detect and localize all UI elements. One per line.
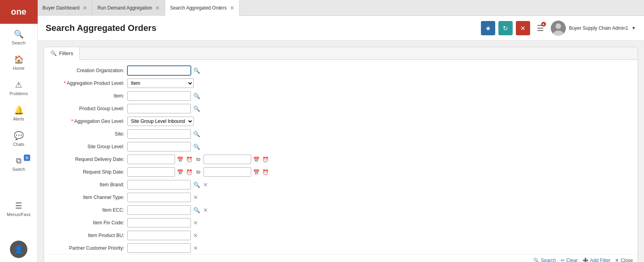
app-logo[interactable]: one xyxy=(0,0,38,24)
label-item-product-bu: Item Product BU: xyxy=(48,233,127,238)
switch-badge: ⊞ xyxy=(24,155,30,161)
sidebar-item-chats[interactable]: 💬 Chats xyxy=(0,125,37,151)
input-item-ecc[interactable] xyxy=(127,205,191,215)
row-request-delivery-date: Request Delivery Date: 📅 ⏰ to 📅 ⏰ xyxy=(48,155,634,164)
tab-close-buyer-dashboard[interactable]: ✕ xyxy=(83,5,87,11)
row-request-ship-date: Request Ship Date: 📅 ⏰ to 📅 ⏰ xyxy=(48,167,634,177)
calendar-ship-from-btn[interactable]: 📅 xyxy=(176,169,184,176)
row-item-brand: Item Brand: 🔍 ✕ xyxy=(48,180,634,189)
filter-panel: 🔍 Filters Creation Organization: 🔍 Aggre… xyxy=(44,47,638,262)
date-to-wrap: 📅 ⏰ xyxy=(204,155,269,164)
tab-close-run-demand[interactable]: ✕ xyxy=(155,5,160,11)
clear-partner-customer-priority-btn[interactable]: ✕ xyxy=(192,244,199,252)
label-request-delivery-date: Request Delivery Date: xyxy=(48,157,127,162)
wrap-agg-product-level: Item Product Group xyxy=(127,78,194,88)
clear-item-channel-type-btn[interactable]: ✕ xyxy=(192,193,199,201)
home-icon: 🏠 xyxy=(14,55,24,64)
input-site-group-level[interactable] xyxy=(127,142,191,151)
favorite-button[interactable]: ★ xyxy=(481,21,495,35)
calendar-delivery-from-btn[interactable]: 📅 xyxy=(176,156,184,163)
search-site-group-level-btn[interactable]: 🔍 xyxy=(192,143,201,151)
input-creation-org[interactable] xyxy=(127,66,191,75)
alerts-icon: 🔔 xyxy=(14,105,24,115)
search-creation-org-btn[interactable]: 🔍 xyxy=(192,67,201,75)
tab-close-search-aggregated[interactable]: ✕ xyxy=(230,5,235,11)
tab-search-aggregated[interactable]: Search Aggregated Orders ✕ xyxy=(165,0,240,16)
add-filter-button[interactable]: ➕ Add Filter xyxy=(582,258,610,262)
avatar-small[interactable]: 👤 xyxy=(10,241,27,258)
filters-tab[interactable]: 🔍 Filters xyxy=(44,47,80,60)
search-product-group-level-btn[interactable]: 🔍 xyxy=(192,105,201,113)
sidebar: one 🔍 Search 🏠 Home ⚠ Problems 🔔 Alerts … xyxy=(0,0,38,262)
close-page-button[interactable]: ✕ xyxy=(516,21,530,35)
sidebar-item-menus[interactable]: ☰ Menus/Favs xyxy=(0,195,37,221)
wrap-request-ship-date: 📅 ⏰ to 📅 ⏰ xyxy=(127,167,269,177)
clear-item-brand-btn[interactable]: ✕ xyxy=(202,181,209,189)
tab-buyer-dashboard[interactable]: Buyer Dashboard ✕ xyxy=(38,0,92,16)
input-delivery-date-to[interactable] xyxy=(204,155,251,164)
input-ship-date-from[interactable] xyxy=(127,167,175,177)
clear-item-fin-code-btn[interactable]: ✕ xyxy=(192,219,199,227)
input-ship-date-to[interactable] xyxy=(204,167,251,177)
search-button-label: Search xyxy=(541,258,556,262)
header-actions: ★ ↻ ✕ ☰ ★ Buyer Supply Ch xyxy=(481,21,636,36)
input-site[interactable] xyxy=(127,129,191,139)
refresh-icon: ↻ xyxy=(503,25,508,32)
sidebar-item-problems[interactable]: ⚠ Problems xyxy=(0,75,37,100)
sidebar-item-label: Problems xyxy=(10,91,28,96)
sidebar-item-switch[interactable]: ⧉ ⊞ Switch xyxy=(0,151,37,176)
calendar-ship-to-btn[interactable]: 📅 xyxy=(252,169,260,176)
user-info[interactable]: Buyer Supply Chain Admin1 ▼ xyxy=(551,21,636,36)
row-creation-org: Creation Organization: 🔍 xyxy=(48,66,634,75)
label-item: Item: xyxy=(48,93,127,99)
search-site-btn[interactable]: 🔍 xyxy=(192,130,201,138)
avatar-image xyxy=(551,21,566,36)
time-ship-to-btn[interactable]: ⏰ xyxy=(261,169,269,176)
row-site: Site: 🔍 xyxy=(48,129,634,139)
input-item-fin-code[interactable] xyxy=(127,218,191,228)
sidebar-item-search[interactable]: 🔍 Search xyxy=(0,24,37,49)
select-agg-product-level[interactable]: Item Product Group xyxy=(127,78,194,88)
wrap-item-product-bu: ✕ xyxy=(127,231,199,240)
close-filters-button[interactable]: ✕ Close xyxy=(615,258,633,262)
row-product-group-level: Product Group Level: 🔍 xyxy=(48,104,634,113)
sidebar-item-home[interactable]: 🏠 Home xyxy=(0,49,37,75)
close-footer-icon: ✕ xyxy=(615,258,619,262)
refresh-button[interactable]: ↻ xyxy=(498,21,513,35)
clear-item-ecc-btn[interactable]: ✕ xyxy=(202,206,209,214)
input-partner-customer-priority[interactable] xyxy=(127,243,191,253)
sidebar-item-alerts[interactable]: 🔔 Alerts xyxy=(0,100,37,125)
input-item-channel-type[interactable] xyxy=(127,193,191,202)
label-item-channel-type: Item Channel Type: xyxy=(48,195,127,200)
clear-item-product-bu-btn[interactable]: ✕ xyxy=(192,231,199,239)
calendar-delivery-to-btn[interactable]: 📅 xyxy=(252,156,260,163)
avatar xyxy=(551,21,566,36)
time-delivery-to-btn[interactable]: ⏰ xyxy=(261,156,269,163)
search-item-brand-btn[interactable]: 🔍 xyxy=(192,181,201,189)
search-nav-icon: 🔍 xyxy=(14,29,24,39)
tab-run-demand[interactable]: Run Demand Aggregation ✕ xyxy=(92,0,165,16)
input-item-brand[interactable] xyxy=(127,180,191,189)
date-from-wrap: 📅 ⏰ xyxy=(127,155,193,164)
clear-button[interactable]: ✏ Clear xyxy=(561,258,578,262)
wrap-request-delivery-date: 📅 ⏰ to 📅 ⏰ xyxy=(127,155,269,164)
input-product-group-level[interactable] xyxy=(127,104,191,113)
search-item-ecc-btn[interactable]: 🔍 xyxy=(192,206,201,214)
input-item[interactable] xyxy=(127,91,191,101)
time-ship-from-btn[interactable]: ⏰ xyxy=(185,169,193,176)
user-dropdown-icon[interactable]: ▼ xyxy=(631,25,636,31)
tab-label: Buyer Dashboard xyxy=(42,5,79,11)
search-item-btn[interactable]: 🔍 xyxy=(192,92,201,100)
search-button[interactable]: 🔍 Search xyxy=(533,258,556,262)
label-creation-org: Creation Organization: xyxy=(48,68,127,73)
input-delivery-date-from[interactable] xyxy=(127,155,175,164)
to-label-delivery: to xyxy=(195,157,202,162)
row-site-group-level: Site Group Level: 🔍 xyxy=(48,142,634,151)
select-agg-geo-level[interactable]: Site Group Level Inbound Site Level Site… xyxy=(127,117,194,126)
svg-point-1 xyxy=(556,23,561,29)
page-title: Search Aggregated Orders xyxy=(46,23,481,33)
time-delivery-from-btn[interactable]: ⏰ xyxy=(185,156,193,163)
user-name: Buyer Supply Chain Admin1 xyxy=(569,25,628,31)
menu-button[interactable]: ☰ ★ xyxy=(533,21,548,35)
input-item-product-bu[interactable] xyxy=(127,231,191,240)
